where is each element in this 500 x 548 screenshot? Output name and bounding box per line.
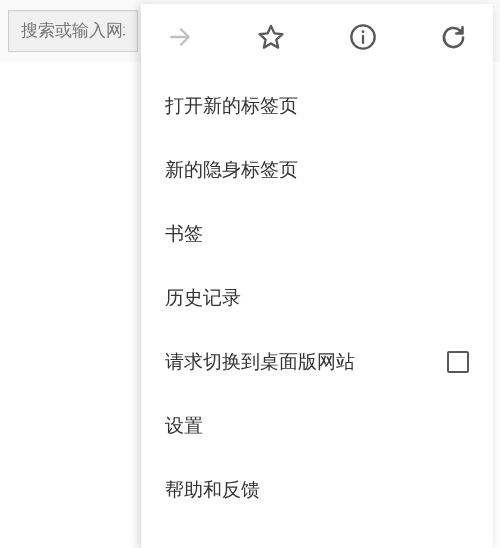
menu-item-bookmarks[interactable]: 书签 bbox=[141, 202, 493, 266]
forward-arrow-icon bbox=[167, 24, 193, 50]
menu-item-incognito[interactable]: 新的隐身标签页 bbox=[141, 138, 493, 202]
overflow-menu-panel: 打开新的标签页 新的隐身标签页 书签 历史记录 请求切换到桌面版网站 设置 帮助… bbox=[141, 4, 493, 548]
reload-icon bbox=[440, 24, 467, 51]
menu-toolbar bbox=[141, 4, 493, 66]
star-icon bbox=[257, 23, 285, 51]
search-input[interactable] bbox=[8, 10, 138, 52]
menu-item-label: 历史记录 bbox=[165, 285, 241, 311]
bookmark-button[interactable] bbox=[256, 22, 286, 52]
menu-item-label: 请求切换到桌面版网站 bbox=[165, 349, 355, 375]
menu-item-label: 帮助和反馈 bbox=[165, 477, 260, 503]
menu-item-new-tab[interactable]: 打开新的标签页 bbox=[141, 74, 493, 138]
menu-item-history[interactable]: 历史记录 bbox=[141, 266, 493, 330]
menu-item-label: 书签 bbox=[165, 221, 203, 247]
menu-item-label: 打开新的标签页 bbox=[165, 93, 298, 119]
info-icon bbox=[349, 23, 377, 51]
info-button[interactable] bbox=[348, 22, 378, 52]
menu-items-list: 打开新的标签页 新的隐身标签页 书签 历史记录 请求切换到桌面版网站 设置 帮助… bbox=[141, 66, 493, 530]
reload-button[interactable] bbox=[439, 22, 469, 52]
svg-marker-1 bbox=[260, 26, 283, 48]
menu-item-label: 设置 bbox=[165, 413, 203, 439]
menu-item-desktop-site[interactable]: 请求切换到桌面版网站 bbox=[141, 330, 493, 394]
desktop-site-checkbox[interactable] bbox=[447, 351, 469, 373]
forward-button[interactable] bbox=[165, 22, 195, 52]
menu-item-label: 新的隐身标签页 bbox=[165, 157, 298, 183]
svg-point-4 bbox=[361, 30, 364, 33]
menu-item-settings[interactable]: 设置 bbox=[141, 394, 493, 458]
menu-item-help[interactable]: 帮助和反馈 bbox=[141, 458, 493, 522]
